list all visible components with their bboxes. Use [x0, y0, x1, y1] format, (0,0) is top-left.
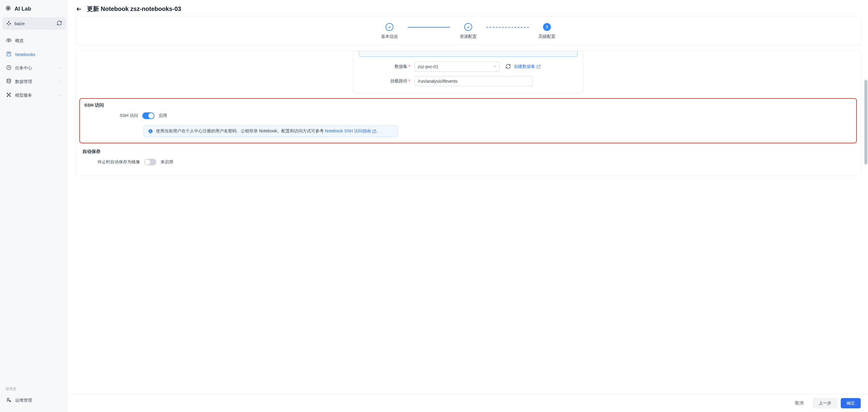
namespace-selector[interactable]: baize [2, 17, 66, 30]
sidebar-item-overview[interactable]: 概览 [2, 34, 66, 48]
cancel-button[interactable]: 取消 [789, 398, 809, 408]
info-icon [148, 129, 153, 134]
autosave-section-title: 自动保存 [76, 143, 861, 157]
sidebar-item-label: 模型服务 [15, 93, 32, 98]
sidebar-item-label: 任务中心 [15, 65, 32, 71]
step-basic-info[interactable]: 基本信息 [371, 23, 408, 39]
dataset-label: 数据集* [359, 64, 410, 69]
content[interactable]: 基本信息 资源配置 3 高级配置 [68, 16, 868, 394]
svg-point-19 [10, 401, 11, 402]
create-dataset-link[interactable]: 创建数据集 [514, 64, 540, 69]
sidebar-item-label: 概览 [15, 38, 24, 43]
svg-line-17 [9, 95, 10, 96]
dataset-row: 数据集* 创建数据集 [359, 61, 578, 72]
svg-point-2 [8, 8, 8, 8]
svg-point-10 [10, 93, 10, 94]
dataset-select[interactable] [414, 61, 499, 72]
mount-path-label: 挂载路径* [359, 79, 410, 84]
ssh-info-banner: 使用当前用户在个人中心注册的用户名密码、公钥登录 Notebook。配置和访问方… [144, 125, 398, 137]
sidebar-item-ops[interactable]: 运维管理 [2, 393, 66, 407]
steps-card: 基本信息 资源配置 3 高级配置 [75, 16, 861, 45]
autosave-toggle[interactable] [144, 159, 156, 166]
footer: 取消 上一步 确定 [68, 394, 868, 412]
eye-icon [6, 37, 11, 44]
ssh-guide-link[interactable]: Notebook SSH 访问指南 [325, 128, 376, 134]
partial-group-box: 数据集* 创建数据集 [353, 51, 583, 93]
step-label: 资源配置 [460, 34, 477, 39]
step-connector [486, 27, 529, 28]
sidebar-item-notebooks[interactable]: Notebooks [2, 48, 66, 61]
dataset-row-actions: 创建数据集 [505, 64, 540, 70]
step-label: 高级配置 [538, 34, 555, 39]
sidebar-item-label: 数据管理 [15, 79, 32, 85]
step-current-number: 3 [543, 23, 551, 31]
sidebar-item-model[interactable]: 模型服务 [2, 88, 66, 102]
autosave-toggle-label: 停止时自动保存为镜像 [82, 159, 140, 165]
database-icon [6, 79, 11, 85]
svg-line-14 [8, 94, 8, 94]
ssh-section: SSH 访问 SSH 访问 启用 使用当前用户在个人中心注册的用户名密码、公钥登 [79, 98, 857, 143]
sidebar: AI Lab baize 概览 Notebooks 任务中心 [0, 0, 68, 412]
step-connector [408, 27, 450, 28]
dataset-select-value[interactable] [414, 61, 499, 72]
tasks-icon [6, 65, 11, 71]
svg-point-12 [10, 96, 10, 97]
prev-step-button[interactable]: 上一步 [813, 398, 837, 408]
svg-point-23 [150, 130, 151, 130]
app-root: AI Lab baize 概览 Notebooks 任务中心 [0, 0, 868, 412]
sidebar-menu: 概览 Notebooks 任务中心 数据管理 模型服务 [0, 32, 68, 104]
ssh-info-text: 使用当前用户在个人中心注册的用户名密码、公钥登录 Notebook。配置和访问方… [156, 128, 380, 134]
ssh-toggle-row: SSH 访问 启用 [80, 111, 856, 121]
sidebar-item-tasks[interactable]: 任务中心 [2, 61, 66, 75]
autosave-toggle-state: 未启用 [160, 159, 173, 165]
sidebar-item-label: Notebooks [15, 52, 35, 57]
page-title: 更新 Notebook zsz-notebooks-03 [87, 5, 181, 13]
svg-line-16 [8, 95, 8, 96]
brand: AI Lab [0, 0, 68, 17]
namespace-name: baize [14, 21, 25, 26]
brand-logo-icon [5, 5, 11, 12]
model-icon [6, 92, 11, 98]
step-advanced-config[interactable]: 3 高级配置 [529, 23, 565, 39]
mount-path-input-wrap [414, 76, 533, 86]
step-done-icon [385, 23, 394, 31]
truncated-info-banner [359, 51, 578, 57]
ops-icon [6, 397, 11, 404]
refresh-icon[interactable] [505, 64, 511, 70]
main: 更新 Notebook zsz-notebooks-03 基本信息 [68, 0, 868, 412]
topbar: 更新 Notebook zsz-notebooks-03 [68, 0, 868, 16]
notebook-icon [6, 51, 11, 58]
chevron-down-icon [58, 79, 62, 84]
step-label: 基本信息 [381, 34, 398, 39]
scrollbar-thumb[interactable] [864, 80, 867, 165]
mount-path-row: 挂载路径* [359, 76, 578, 86]
chevron-down-icon [58, 66, 62, 70]
svg-point-8 [7, 79, 10, 81]
external-link-icon [536, 64, 540, 69]
sidebar-section-admin: 管理员 [0, 383, 68, 392]
mount-path-input[interactable] [414, 76, 533, 86]
svg-point-3 [8, 40, 10, 41]
back-button[interactable] [75, 5, 83, 13]
external-link-icon [372, 129, 376, 133]
svg-line-15 [9, 94, 10, 94]
namespace-refresh-icon[interactable] [57, 20, 62, 27]
brand-name: AI Lab [14, 6, 31, 12]
submit-button[interactable]: 确定 [841, 398, 861, 408]
chevron-down-icon [58, 93, 62, 98]
step-resource-config[interactable]: 资源配置 [450, 23, 486, 39]
create-dataset-link-text: 创建数据集 [514, 64, 535, 69]
ssh-section-title: SSH 访问 [80, 99, 856, 111]
sidebar-bottom-menu: 运维管理 [0, 392, 68, 412]
svg-point-18 [7, 398, 9, 400]
steps: 基本信息 资源配置 3 高级配置 [83, 23, 853, 39]
form-card: 数据集* 创建数据集 [75, 51, 861, 176]
svg-point-13 [8, 94, 9, 95]
svg-point-9 [7, 93, 8, 94]
ssh-toggle[interactable] [142, 112, 154, 119]
content-scroll-wrap: 基本信息 资源配置 3 高级配置 [68, 16, 868, 394]
autosave-toggle-row: 停止时自动保存为镜像 未启用 [76, 157, 861, 167]
step-done-icon [464, 23, 472, 31]
sidebar-item-label: 运维管理 [15, 398, 32, 403]
sidebar-item-data[interactable]: 数据管理 [2, 75, 66, 88]
